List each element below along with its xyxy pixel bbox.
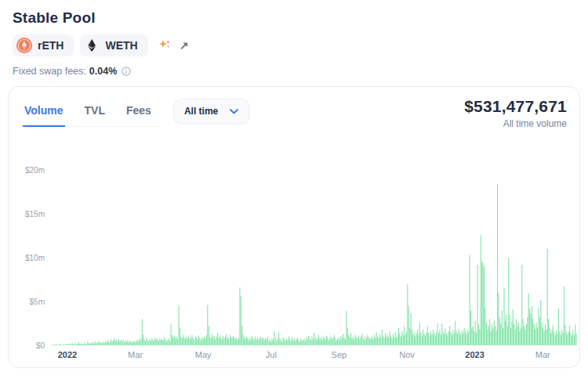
volume-bar (215, 339, 216, 345)
volume-bar (496, 330, 497, 345)
volume-bar (151, 341, 151, 345)
volume-bar (247, 338, 248, 345)
volume-bar (89, 343, 89, 345)
volume-bar (118, 339, 119, 345)
volume-bar (416, 333, 417, 345)
tab-tvl[interactable]: TVL (83, 99, 107, 127)
volume-bar (216, 337, 217, 345)
volume-bar (119, 341, 120, 345)
svg-text:2022: 2022 (58, 350, 77, 359)
info-icon[interactable] (122, 67, 131, 76)
sparkle-icon[interactable] (158, 38, 172, 52)
volume-bar (252, 338, 253, 345)
volume-bar (492, 324, 492, 345)
volume-bar (374, 335, 375, 345)
external-link-icon[interactable]: ↗ (180, 40, 189, 51)
volume-bar (258, 340, 259, 345)
volume-bar (291, 341, 292, 345)
volume-bar (445, 329, 445, 345)
volume-bar (351, 338, 352, 345)
volume-bar (122, 341, 122, 345)
swap-fees-value: 0.04% (89, 66, 117, 77)
volume-bar (310, 340, 311, 345)
tab-volume[interactable]: Volume (23, 99, 65, 127)
volume-bar (504, 288, 505, 345)
volume-bar (344, 337, 345, 345)
volume-bar (488, 326, 489, 345)
volume-bar (507, 326, 508, 345)
volume-bar (321, 337, 321, 345)
volume-bar (380, 337, 381, 345)
volume-bar (470, 310, 471, 345)
volume-bar (316, 340, 317, 345)
volume-bar (408, 306, 409, 345)
volume-bar (227, 337, 228, 345)
volume-bar (391, 338, 392, 345)
token-pill-weth[interactable]: WETH (80, 34, 147, 56)
token-pill-reth[interactable]: rETH (13, 34, 74, 56)
volume-bar (108, 342, 109, 345)
volume-bar (401, 331, 402, 345)
volume-bar (162, 339, 162, 345)
volume-bar (384, 338, 385, 345)
volume-bar (437, 323, 438, 345)
volume-bar (172, 337, 173, 345)
volume-bar (121, 340, 122, 345)
volume-bar (331, 337, 332, 345)
volume-bar (513, 309, 514, 345)
volume-bar (257, 337, 258, 345)
volume-bar (193, 338, 194, 345)
volume-bar (243, 335, 244, 345)
volume-bar (335, 338, 336, 345)
volume-bar (447, 336, 448, 345)
svg-text:2023: 2023 (465, 350, 484, 359)
volume-bar (137, 341, 138, 345)
volume-bar (220, 337, 221, 345)
volume-chart[interactable]: $20m$15m$10m$5m$02022MarMayJulSepNov2023… (9, 161, 581, 366)
volume-bar (184, 337, 185, 345)
volume-bar (146, 337, 147, 345)
volume-bar (553, 325, 554, 345)
volume-bar (451, 332, 452, 345)
volume-bar (534, 324, 535, 345)
volume-bar (386, 337, 387, 345)
volume-bar (353, 337, 354, 345)
volume-bar (138, 339, 139, 345)
volume-bar (266, 339, 267, 345)
volume-bar (412, 335, 413, 345)
volume-bar (238, 338, 239, 345)
token-symbol: WETH (105, 39, 137, 52)
volume-bar (211, 338, 212, 345)
volume-bar (422, 337, 423, 345)
volume-bar (456, 331, 457, 345)
volume-bar (359, 339, 360, 345)
volume-bar (74, 345, 74, 345)
volume-bar (318, 338, 318, 345)
svg-text:$0: $0 (36, 341, 45, 350)
volume-bar (475, 321, 476, 345)
volume-bar (182, 338, 183, 345)
volume-bar (115, 341, 116, 345)
volume-bar (224, 338, 225, 345)
volume-bar (163, 341, 164, 345)
volume-bar (508, 258, 509, 345)
chart-card: Volume TVL Fees All time $531,477,671 Al… (8, 86, 580, 368)
volume-bar (574, 335, 575, 345)
volume-bar (132, 342, 133, 345)
volume-bar (209, 337, 210, 345)
volume-bar (209, 326, 209, 345)
volume-bar (304, 338, 305, 345)
volume-bar (484, 266, 485, 345)
tab-fees[interactable]: Fees (125, 99, 153, 127)
volume-bar (401, 337, 401, 345)
time-range-dropdown[interactable]: All time (173, 99, 249, 124)
volume-bar (274, 331, 274, 345)
volume-bar (343, 334, 343, 345)
volume-bar (55, 345, 56, 345)
volume-bar (273, 340, 274, 345)
volume-bar (515, 330, 516, 345)
volume-bar (84, 343, 85, 345)
volume-bar (481, 261, 482, 345)
time-range-value: All time (184, 106, 218, 117)
volume-bar (397, 335, 398, 345)
